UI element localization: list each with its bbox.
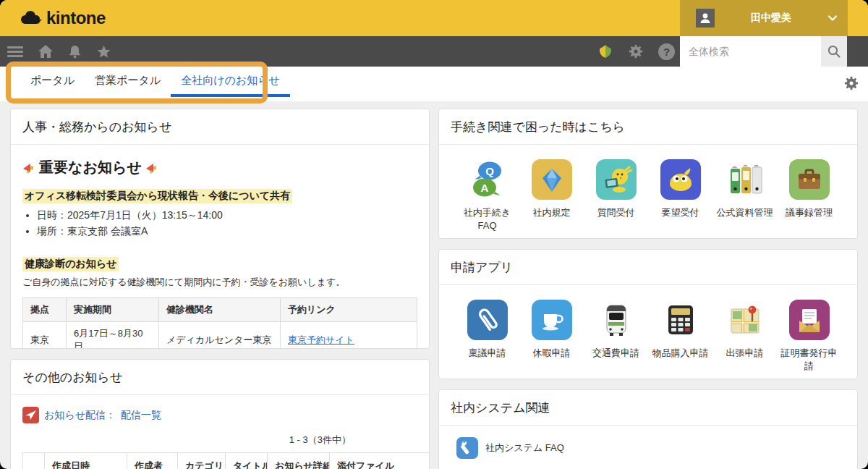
help-icon[interactable]: ?: [658, 43, 675, 60]
system-faq-item[interactable]: 社内システム FAQ: [439, 426, 857, 459]
table-row: 東京 6月17日～8月30日 メディカルセンター東京 東京予約サイト: [23, 322, 417, 350]
user-menu[interactable]: 田中愛美: [680, 0, 848, 36]
train-icon: [596, 300, 637, 340]
app-question-desk[interactable]: 質問受付: [584, 159, 648, 232]
app-business-trip[interactable]: 出張申請: [712, 300, 777, 372]
col-header-select[interactable]: [23, 453, 45, 469]
chevron-down-icon: [827, 14, 838, 22]
col-header: 拠点: [23, 298, 67, 322]
diamond-icon: [532, 159, 572, 200]
col-header-category[interactable]: カテゴリ: [178, 453, 226, 469]
briefcase-icon: [789, 159, 830, 200]
megaphone-icon: [145, 162, 158, 174]
tab-sales-portal[interactable]: 営業ポータル: [85, 67, 171, 97]
calculator-icon: [660, 300, 701, 340]
wrench-icon: [456, 437, 478, 459]
envelope-letter-icon: [789, 300, 830, 340]
app-purchase-request[interactable]: 物品購入申請: [648, 300, 712, 372]
procedures-panel: 手続き関連で困った時はこちら Q A 社内手続きFAQ: [438, 109, 858, 239]
applications-panel: 申請アプリ 稟議申請: [438, 249, 858, 379]
announcement-app-icon: [22, 407, 39, 423]
panel-title: その他のお知らせ: [11, 360, 429, 395]
binders-icon: [725, 159, 765, 200]
person-icon: [699, 12, 712, 25]
app-header: kintone 田中愛美: [0, 0, 868, 36]
col-header-created[interactable]: 作成日時: [45, 453, 127, 469]
internal-systems-panel: 社内システム関連 社内システム FAQ IT相談窓口: [438, 389, 858, 469]
announcement-app-link[interactable]: お知らせ配信：: [44, 409, 116, 422]
col-header-author[interactable]: 作成者: [127, 453, 178, 469]
col-header-detail[interactable]: お知らせ詳細: [268, 453, 330, 469]
notice-place: 場所：東京支部 会議室A: [37, 225, 417, 238]
paperclip-icon: [467, 300, 508, 340]
hr-announcements-panel: 人事・総務からのお知らせ 重要なお知らせ オフィス移転検討委員会から現状報告・今…: [10, 109, 430, 349]
notifications-bell-icon[interactable]: [68, 44, 82, 59]
portal-settings-gear-icon[interactable]: [843, 75, 859, 94]
qa-bubbles-icon: Q A: [467, 159, 508, 200]
col-header: 実施期間: [67, 298, 159, 322]
col-header: 予約リンク: [281, 298, 417, 322]
tab-portal[interactable]: ポータル: [20, 67, 85, 97]
tokyo-reservation-link[interactable]: 東京予約サイト: [288, 334, 354, 345]
col-header-title[interactable]: タイトル: [226, 453, 268, 469]
tab-company-announcements[interactable]: 全社向けのお知らせ: [171, 67, 290, 97]
app-meeting-minutes[interactable]: 議事録管理: [777, 159, 841, 232]
favorites-star-icon[interactable]: [96, 44, 111, 59]
bird-laptop-icon: [596, 159, 637, 200]
app-request-desk[interactable]: 要望受付: [648, 159, 712, 232]
home-icon[interactable]: [38, 44, 54, 59]
global-toolbar: ?: [0, 36, 868, 67]
app-official-documents[interactable]: 公式資料管理: [712, 159, 777, 232]
kintone-cloud-icon: [19, 9, 42, 27]
kintone-portal-screen: kintone 田中愛美: [0, 0, 868, 469]
search-input[interactable]: [680, 36, 821, 67]
panel-title: 社内システム関連: [439, 390, 857, 426]
panel-title: 人事・総務からのお知らせ: [11, 109, 429, 145]
avatar: [696, 9, 715, 28]
user-name: 田中愛美: [715, 12, 827, 25]
col-header: 健診機関名: [159, 298, 281, 322]
app-company-rules[interactable]: 社内規定: [519, 159, 584, 232]
health-check-notice-title: 健康診断のお知らせ: [22, 257, 119, 271]
portal-tab-bar: ポータル 営業ポータル 全社向けのお知らせ: [0, 67, 868, 101]
logo-text: kintone: [46, 8, 106, 28]
notice-datetime: 日時：2025年7月1日（火）13:15～14:00: [37, 209, 417, 222]
bird-face-icon: [660, 159, 701, 200]
other-announcements-panel: その他のお知らせ お知らせ配信： 配信一覧 1 - 3（3件中） 作成日時 作成…: [10, 359, 430, 469]
app-transport-expense[interactable]: 交通費申請: [584, 300, 648, 372]
office-move-notice-title: オフィス移転検討委員会から現状報告・今後について共有: [22, 189, 292, 203]
office-move-details: 日時：2025年7月1日（火）13:15～14:00 場所：東京支部 会議室A: [37, 209, 417, 238]
panel-title: 手続き関連で困った時はこちら: [439, 109, 857, 145]
hamburger-menu-icon[interactable]: [7, 46, 23, 57]
search-button[interactable]: [821, 36, 847, 67]
svg-text:Q: Q: [485, 165, 494, 177]
health-check-notice-body: ご自身の拠点に対応する健診機関にて期間内に予約・受診をお願いします。: [22, 276, 417, 289]
app-certificate-issue[interactable]: 証明書発行申請: [777, 300, 841, 372]
panel-title: 申請アプリ: [439, 250, 857, 285]
kintone-logo[interactable]: kintone: [19, 0, 106, 36]
it-consultation-item[interactable]: IT相談窓口: [439, 459, 857, 469]
col-header-attachment[interactable]: 添付ファイル: [330, 453, 430, 469]
svg-text:A: A: [480, 182, 488, 194]
app-approval-request[interactable]: 稟議申請: [455, 300, 519, 372]
coffee-cup-icon: [532, 300, 572, 340]
beginner-guide-icon[interactable]: [597, 43, 613, 59]
megaphone-icon: [22, 162, 35, 174]
pagination-label: 1 - 3（3件中）: [11, 434, 429, 447]
search-icon: [827, 44, 841, 59]
distribution-list-link[interactable]: 配信一覧: [121, 409, 161, 422]
admin-gear-icon[interactable]: [628, 43, 644, 59]
health-check-table: 拠点 実施期間 健診機関名 予約リンク 東京 6月17日～8月30日 メディカル…: [22, 297, 417, 349]
app-vacation-request[interactable]: 休暇申請: [519, 300, 584, 372]
map-pin-icon: [725, 300, 765, 340]
important-heading: 重要なお知らせ: [11, 145, 429, 177]
record-list-table: 作成日時 作成者 カテゴリ タイトル お知らせ詳細 添付ファイル: [22, 452, 430, 469]
app-internal-procedures-faq[interactable]: Q A 社内手続きFAQ: [455, 159, 519, 232]
